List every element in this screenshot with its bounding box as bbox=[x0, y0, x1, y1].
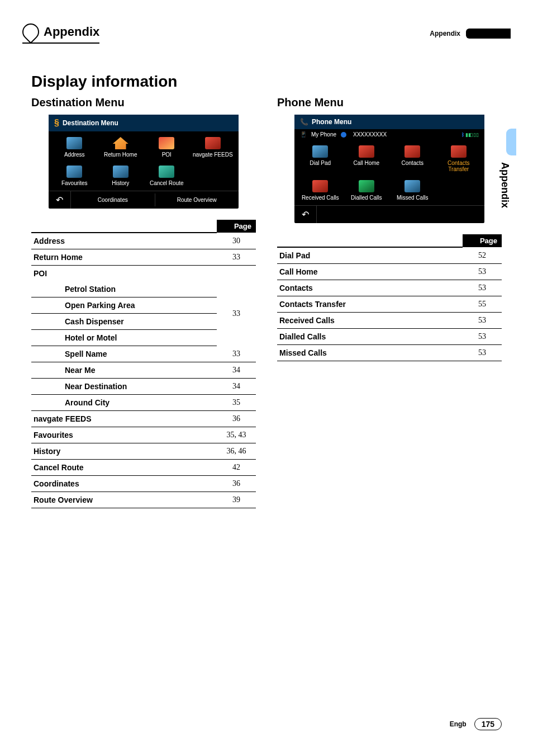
ss-icon-cancel-route: Cancel Route bbox=[144, 162, 189, 190]
ss-icon-address: Address bbox=[52, 134, 97, 161]
ss-title-phone: Phone Menu bbox=[312, 118, 351, 126]
chapter-indicator bbox=[466, 29, 511, 39]
ss-route-overview: Route Overview bbox=[155, 193, 239, 206]
page-footer: Engb 175 bbox=[450, 718, 502, 730]
table-row: Near Me34 bbox=[31, 362, 256, 379]
ss-icon-dialled: Dialled Calls bbox=[344, 177, 389, 204]
breadcrumb: Appendix bbox=[430, 30, 460, 37]
ss-icon-dialpad: Dial Pad bbox=[298, 142, 343, 176]
ss-icon-poi: POI bbox=[144, 134, 189, 161]
table-row: Near Destination34 bbox=[31, 379, 256, 395]
table-row: History36, 46 bbox=[31, 443, 256, 460]
side-tab-label: Appendix bbox=[499, 162, 511, 208]
table-row: Call Home53 bbox=[277, 264, 502, 280]
side-thumb-indicator bbox=[506, 129, 516, 155]
ss-signal: ▮◧▯▯ bbox=[465, 132, 479, 138]
table-row: Contacts Transfer55 bbox=[277, 296, 502, 313]
table-row: Dialled Calls53 bbox=[277, 329, 502, 345]
ss-icon-contacts: Contacts bbox=[390, 142, 435, 176]
ss-device: XXXXXXXXX bbox=[353, 131, 387, 138]
page-title: Display information bbox=[31, 73, 502, 91]
table-row: Return Home33 bbox=[31, 249, 256, 266]
ss-back-icon: ↶ bbox=[49, 191, 71, 209]
ss-back-icon: ↶ bbox=[294, 206, 317, 223]
lang-code: Engb bbox=[450, 720, 467, 728]
table-row: Around City35 bbox=[31, 395, 256, 411]
ss-icon-return-home: Return Home bbox=[98, 134, 144, 161]
page-number: 175 bbox=[474, 718, 502, 730]
table-row: Missed Calls53 bbox=[277, 345, 502, 361]
table-row: navgate FEEDS36 bbox=[31, 411, 256, 427]
ss-icon-received: Received Calls bbox=[298, 177, 343, 204]
ss-icon-contacts-transfer: Contacts Transfer bbox=[436, 142, 482, 176]
ss-icon-history: History bbox=[98, 162, 144, 190]
table-row: Received Calls53 bbox=[277, 313, 502, 329]
destination-menu-screenshot: §Destination Menu Address Return Home PO… bbox=[49, 115, 239, 209]
table-row: Cancel Route42 bbox=[31, 460, 256, 476]
ss-myphone: My Phone bbox=[311, 131, 336, 138]
table-row: Petrol Station33 bbox=[31, 281, 256, 297]
table-row: Favourites35, 43 bbox=[31, 427, 256, 443]
table-row: Spell Name33 bbox=[31, 346, 256, 362]
phone-menu-screenshot: 📞Phone Menu 📱My Phone XXXXXXXXX ᛒ▮◧▯▯ Di… bbox=[294, 115, 484, 223]
ss-icon-missed: Missed Calls bbox=[390, 177, 435, 204]
section-tab: Appendix bbox=[22, 23, 99, 44]
phone-index-table: Page Dial Pad52 Call Home53 Contacts53 C… bbox=[277, 234, 502, 361]
page-header: Page bbox=[463, 234, 502, 247]
ss-coordinates: Coordinates bbox=[71, 193, 155, 206]
table-row: POI bbox=[31, 266, 256, 282]
ss-icon-callhome: Call Home bbox=[344, 142, 389, 176]
ss-title: Destination Menu bbox=[63, 119, 118, 127]
destination-index-table: Page Address30 Return Home33 POI Petrol … bbox=[31, 220, 256, 508]
table-row: Coordinates36 bbox=[31, 476, 256, 492]
table-row: Dial Pad52 bbox=[277, 247, 502, 264]
ss-icon-navgate: navgate FEEDS bbox=[191, 134, 236, 161]
left-subtitle: Destination Menu bbox=[31, 96, 256, 109]
table-row: Address30 bbox=[31, 233, 256, 249]
section-tab-label: Appendix bbox=[44, 25, 99, 39]
table-row: Route Overview39 bbox=[31, 492, 256, 508]
page-header: Page bbox=[217, 220, 256, 233]
ss-icon-favourites: Favourites bbox=[52, 162, 97, 190]
table-row: Contacts53 bbox=[277, 280, 502, 296]
right-subtitle: Phone Menu bbox=[277, 96, 502, 109]
